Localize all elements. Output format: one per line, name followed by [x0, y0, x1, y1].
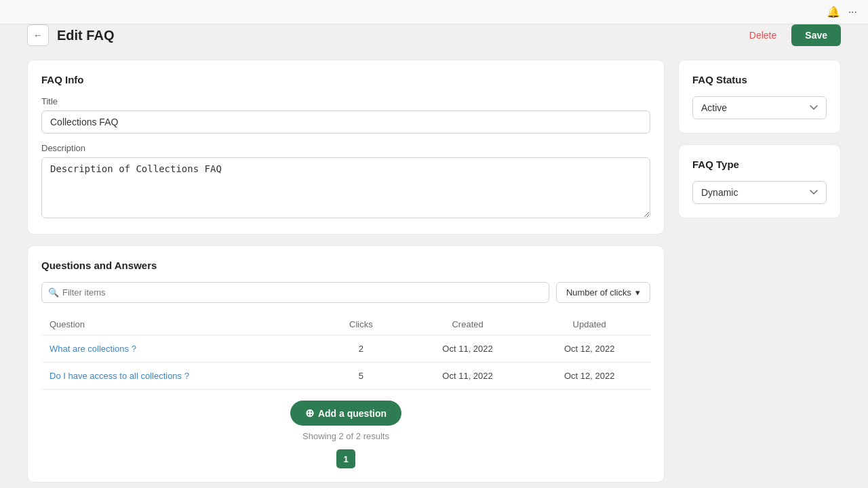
header-right: Delete Save: [741, 24, 841, 46]
col-header-question: Question: [41, 314, 315, 336]
filter-input[interactable]: [41, 282, 549, 303]
faq-info-card: FAQ Info Title Description Description o…: [27, 60, 665, 235]
faq-type-title: FAQ Type: [692, 159, 827, 170]
faq-type-card: FAQ Type Dynamic Static: [678, 144, 841, 218]
qa-table: Question Clicks Created Updated What are…: [41, 314, 650, 390]
sort-chevron-icon: ▾: [635, 287, 640, 298]
page-title: Edit FAQ: [57, 28, 114, 43]
top-bar: 🔔 ···: [0, 0, 868, 24]
add-icon: ⊕: [305, 407, 314, 420]
main-content: FAQ Info Title Description Description o…: [0, 60, 868, 483]
faq-status-card: FAQ Status Active Inactive: [678, 60, 841, 134]
type-select[interactable]: Dynamic Static: [692, 181, 827, 204]
qa-toolbar: 🔍 Number of clicks ▾: [41, 282, 650, 303]
delete-button[interactable]: Delete: [741, 26, 785, 45]
col-header-updated: Updated: [528, 314, 650, 336]
add-question-label: Add a question: [318, 408, 387, 419]
qa-updated-cell: Oct 12, 2022: [528, 363, 650, 390]
add-question-button[interactable]: ⊕ Add a question: [290, 401, 401, 426]
qa-question-link[interactable]: What are collections ?: [50, 344, 136, 354]
title-field-group: Title: [41, 96, 650, 134]
qa-updated-cell: Oct 12, 2022: [528, 336, 650, 363]
qa-section-title: Questions and Answers: [41, 260, 650, 271]
more-icon[interactable]: ···: [848, 6, 857, 18]
qa-question-cell: What are collections ?: [41, 336, 315, 363]
title-label: Title: [41, 96, 650, 106]
col-header-created: Created: [407, 314, 529, 336]
save-button[interactable]: Save: [791, 24, 841, 46]
back-arrow-icon: ←: [33, 30, 43, 41]
header-left: ← Edit FAQ: [27, 24, 114, 46]
page-1-button[interactable]: 1: [336, 449, 355, 468]
qa-clicks-cell: 5: [315, 363, 407, 390]
table-header-row: Question Clicks Created Updated: [41, 314, 650, 336]
description-field-group: Description Description of Collections F…: [41, 143, 650, 220]
right-column: FAQ Status Active Inactive FAQ Type Dyna…: [678, 60, 841, 483]
qa-question-cell: Do I have access to all collections ?: [41, 363, 315, 390]
showing-text: Showing 2 of 2 results: [302, 431, 389, 441]
search-icon: 🔍: [48, 287, 59, 298]
table-row: Do I have access to all collections ? 5 …: [41, 363, 650, 390]
description-input[interactable]: Description of Collections FAQ: [41, 157, 650, 218]
header-row: ← Edit FAQ Delete Save: [0, 24, 868, 46]
qa-card: Questions and Answers 🔍 Number of clicks…: [27, 245, 665, 483]
sort-label: Number of clicks: [566, 287, 631, 298]
qa-created-cell: Oct 11, 2022: [407, 336, 529, 363]
search-wrapper: 🔍: [41, 282, 549, 303]
faq-status-title: FAQ Status: [692, 74, 827, 85]
col-header-clicks: Clicks: [315, 314, 407, 336]
sort-button[interactable]: Number of clicks ▾: [556, 282, 650, 303]
qa-created-cell: Oct 11, 2022: [407, 363, 529, 390]
table-row: What are collections ? 2 Oct 11, 2022 Oc…: [41, 336, 650, 363]
left-column: FAQ Info Title Description Description o…: [27, 60, 665, 483]
status-select[interactable]: Active Inactive: [692, 96, 827, 119]
pagination: 1: [336, 449, 355, 468]
title-input[interactable]: [41, 110, 650, 134]
back-button[interactable]: ←: [27, 24, 49, 46]
bell-icon[interactable]: 🔔: [827, 5, 840, 18]
qa-question-link[interactable]: Do I have access to all collections ?: [50, 371, 189, 381]
faq-info-title: FAQ Info: [41, 74, 650, 85]
qa-clicks-cell: 2: [315, 336, 407, 363]
description-label: Description: [41, 143, 650, 153]
